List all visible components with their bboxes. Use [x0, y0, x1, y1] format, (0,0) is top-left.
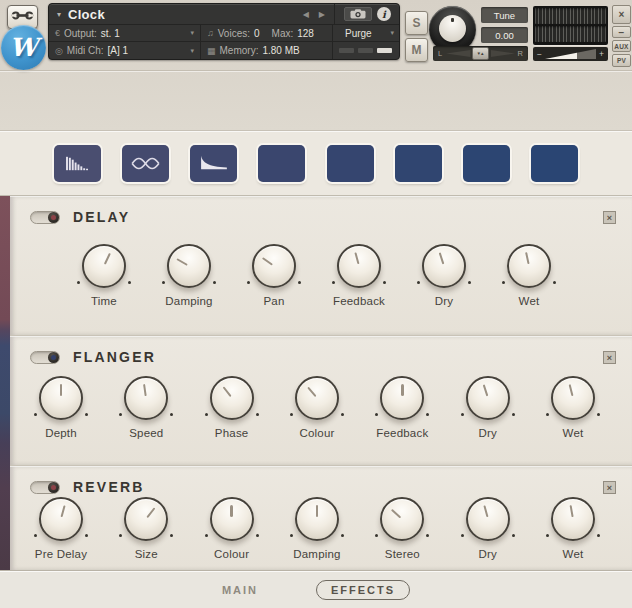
- delay-time-knob[interactable]: [82, 244, 126, 288]
- output-select[interactable]: € Output: st. 1 ▾: [49, 25, 201, 42]
- reverb-damping-knob[interactable]: [295, 497, 339, 541]
- delay-knob-row: TimeDampingPanFeedbackDryWet: [10, 244, 632, 307]
- module-button-7[interactable]: [463, 145, 510, 182]
- prev-instrument-button[interactable]: ◀: [298, 10, 314, 19]
- reverb-wet-label: Wet: [563, 548, 584, 560]
- module-button-6[interactable]: [395, 145, 442, 182]
- volume-slider[interactable]: − +: [533, 47, 608, 61]
- delay-pan-knob[interactable]: [252, 244, 296, 288]
- level-meter-left: [535, 8, 606, 24]
- window-side-buttons: ×−AUXPV: [612, 5, 631, 67]
- voices-status: ♫ Voices: 0 Max: 128: [201, 25, 333, 42]
- fx-section-reverb: REVERB×Pre DelaySizeColourDampingStereoD…: [10, 466, 632, 570]
- delay-close-button[interactable]: ×: [603, 211, 616, 224]
- voices-value: 0: [254, 28, 260, 39]
- volume-minus-label: −: [537, 49, 542, 59]
- delay-feedback-knob[interactable]: [337, 244, 381, 288]
- flanger-feedback-knob[interactable]: [380, 376, 424, 420]
- snapshot-camera-button[interactable]: [344, 7, 372, 21]
- fx-section-flanger: FLANGER×DepthSpeedPhaseColourFeedbackDry…: [10, 336, 632, 466]
- module-icon-row: [0, 131, 632, 195]
- module-button-spectrum-bars[interactable]: [54, 145, 101, 182]
- purge-menu[interactable]: Purge ▾: [333, 25, 400, 42]
- module-button-4[interactable]: [258, 145, 305, 182]
- delay-wet-control: Wet: [494, 244, 564, 307]
- reverb-pre-delay-knob[interactable]: [39, 497, 83, 541]
- tune-value[interactable]: 0.00: [481, 27, 528, 43]
- tab-effects[interactable]: EFFECTS: [316, 580, 410, 600]
- delay-wet-knob[interactable]: [507, 244, 551, 288]
- reverb-damping-label: Damping: [293, 548, 340, 560]
- flanger-colour-control: Colour: [282, 376, 352, 439]
- flanger-phase-knob[interactable]: [210, 376, 254, 420]
- flanger-dry-knob[interactable]: [466, 376, 510, 420]
- flanger-power-indicator: [48, 352, 59, 363]
- flanger-wet-knob[interactable]: [551, 376, 595, 420]
- flanger-speed-knob[interactable]: [124, 376, 168, 420]
- midi-icon: ◎: [55, 46, 63, 56]
- flanger-feedback-control: Feedback: [367, 376, 437, 439]
- flanger-dry-label: Dry: [478, 427, 497, 439]
- reverb-size-knob[interactable]: [124, 497, 168, 541]
- flanger-colour-knob[interactable]: [295, 376, 339, 420]
- mute-button[interactable]: M: [405, 38, 428, 62]
- delay-damping-label: Damping: [165, 295, 212, 307]
- chevron-down-icon[interactable]: ▾: [390, 29, 394, 37]
- reverb-close-button[interactable]: ×: [603, 481, 616, 494]
- flanger-feedback-label: Feedback: [376, 427, 428, 439]
- delay-power-toggle[interactable]: [30, 211, 60, 224]
- voices-label: Voices:: [218, 28, 250, 39]
- minimize-button[interactable]: −: [612, 26, 631, 38]
- midi-value: [A] 1: [108, 45, 129, 56]
- midi-channel-select[interactable]: ◎ Midi Ch: [A] 1 ▾: [49, 42, 201, 59]
- instrument-title: Clock: [68, 7, 298, 22]
- info-button[interactable]: i: [377, 7, 391, 21]
- next-instrument-button[interactable]: ▶: [314, 10, 330, 19]
- module-button-8[interactable]: [531, 145, 578, 182]
- chevron-down-icon[interactable]: ▾: [190, 29, 194, 37]
- delay-power-indicator: [48, 212, 59, 223]
- chevron-down-icon[interactable]: ▾: [190, 47, 194, 55]
- fx-title-delay: DELAY: [73, 209, 130, 225]
- effects-panel: DELAY×TimeDampingPanFeedbackDryWetFLANGE…: [0, 196, 632, 570]
- flanger-close-button[interactable]: ×: [603, 351, 616, 364]
- reverb-power-toggle[interactable]: [30, 481, 60, 494]
- instrument-info-grid: € Output: st. 1 ▾ ♫ Voices: 0 Max: 128 P…: [49, 25, 399, 59]
- camera-icon: [350, 7, 366, 22]
- tune-knob-indicator: [451, 18, 454, 22]
- collapse-arrow-icon[interactable]: ▾: [57, 10, 61, 19]
- module-button-sine-waves[interactable]: [122, 145, 169, 182]
- reverb-dry-knob[interactable]: [466, 497, 510, 541]
- pan-handle[interactable]: ▾▴: [472, 47, 489, 60]
- flanger-wet-control: Wet: [538, 376, 608, 439]
- close-button[interactable]: ×: [612, 5, 631, 24]
- aux-button[interactable]: AUX: [612, 40, 631, 52]
- tab-main[interactable]: MAIN: [222, 584, 258, 596]
- flanger-depth-knob[interactable]: [39, 376, 83, 420]
- pv-button[interactable]: PV: [612, 54, 631, 67]
- reverb-wet-knob[interactable]: [551, 497, 595, 541]
- flanger-phase-label: Phase: [215, 427, 249, 439]
- reverb-stereo-knob[interactable]: [380, 497, 424, 541]
- max-value: 128: [297, 28, 314, 39]
- output-label: Output:: [64, 28, 97, 39]
- purge-meter-bars: [333, 42, 400, 59]
- delay-header: DELAY: [30, 209, 130, 225]
- module-button-decay-curve[interactable]: [190, 145, 237, 182]
- delay-pan-control: Pan: [239, 244, 309, 307]
- module-icon-strip: [0, 130, 632, 196]
- flanger-power-toggle[interactable]: [30, 351, 60, 364]
- delay-dry-knob[interactable]: [422, 244, 466, 288]
- pan-slider[interactable]: L R ▾▴: [433, 46, 528, 61]
- pan-track-left: [446, 50, 471, 57]
- fx-title-reverb: REVERB: [73, 479, 145, 495]
- solo-button[interactable]: S: [405, 11, 428, 35]
- volume-wedge[interactable]: [545, 49, 596, 59]
- delay-wet-label: Wet: [519, 295, 540, 307]
- fx-section-delay: DELAY×TimeDampingPanFeedbackDryWet: [10, 196, 632, 336]
- reverb-colour-knob[interactable]: [210, 497, 254, 541]
- delay-damping-knob[interactable]: [167, 244, 211, 288]
- module-button-5[interactable]: [327, 145, 374, 182]
- reverb-stereo-control: Stereo: [367, 497, 437, 560]
- reverb-stereo-label: Stereo: [385, 548, 420, 560]
